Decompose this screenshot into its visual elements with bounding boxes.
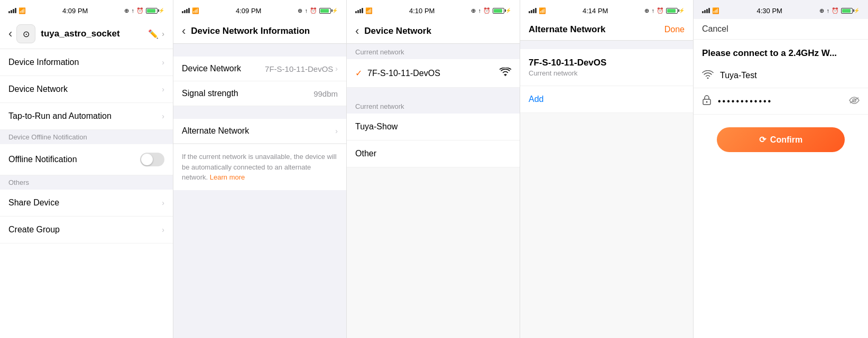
time-2: 4:09 PM	[236, 7, 261, 15]
network-item-other[interactable]: Other	[347, 140, 520, 167]
connect-title: Please connect to a 2.4GHz W...	[702, 48, 860, 59]
info-row-signal: Signal strength 99dbm	[173, 81, 346, 106]
chevron-device-network: ›	[162, 85, 164, 93]
alt-desc-text: If the current network is unavailable, t…	[182, 153, 337, 181]
time-4: 4:14 PM	[583, 7, 608, 15]
bolt-icon-1: ⚡	[159, 8, 164, 13]
menu-list: Device Information › Device Network › Ta…	[0, 49, 173, 338]
connect-header: Cancel	[694, 19, 868, 40]
menu-item-create-group[interactable]: Create Group ›	[0, 217, 173, 243]
wifi-icon-3: 📶	[365, 7, 373, 14]
battery-1	[146, 8, 158, 14]
network-item-left-devos: ✓ 7F-S-10-11-DevOS	[355, 68, 440, 78]
wifi-input-row: Tuya-Test	[694, 63, 868, 88]
back-button-3[interactable]: ‹	[355, 24, 359, 38]
location-icon-2: ⊕	[298, 7, 302, 14]
confirm-label: Confirm	[770, 135, 802, 145]
lock-icon	[702, 95, 712, 108]
selected-network-sub: Current network	[529, 69, 685, 77]
location-icon-4: ⊕	[644, 7, 649, 14]
menu-item-share-device[interactable]: Share Device ›	[0, 190, 173, 217]
signal-bars-2	[182, 8, 190, 13]
menu-item-offline-notification[interactable]: Offline Notification	[0, 144, 173, 175]
menu-label-create-group: Create Group	[8, 225, 60, 234]
network-name-other: Other	[355, 149, 376, 158]
back-button-2[interactable]: ‹	[182, 24, 186, 38]
alt-network-desc: If the current network is unavailable, t…	[173, 144, 346, 190]
done-button[interactable]: Done	[664, 25, 685, 34]
menu-item-device-network[interactable]: Device Network ›	[0, 76, 173, 103]
selected-network-name: 7F-S-10-11-DevOS	[529, 58, 685, 68]
battery-fill-2	[320, 9, 329, 13]
status-right-4: ⊕ ↑ ⏰ ⚡	[644, 7, 685, 14]
offline-toggle[interactable]	[140, 153, 164, 166]
info-value-alt: ›	[335, 127, 338, 135]
battery-fill-1	[147, 9, 155, 13]
location-icon-5: ⊕	[819, 7, 824, 14]
alarm-icon-4: ⏰	[657, 7, 664, 14]
status-right-3: ⊕ ↑ ⏰ ⚡	[471, 7, 511, 14]
menu-label-device-network: Device Network	[8, 84, 68, 94]
panel-device-network-info: 📶 4:09 PM ⊕ ↑ ⏰ ⚡ ‹ Device Network Infor…	[173, 0, 347, 338]
signal-bars-3	[355, 8, 363, 13]
chevron-share: ›	[162, 199, 164, 207]
section-offline: Device Offline Notification	[0, 130, 173, 144]
info-row-network[interactable]: Device Network 7F-S-10-11-DevOS ›	[173, 57, 346, 81]
alarm-icon-5: ⏰	[832, 7, 839, 14]
add-network-button[interactable]: Add	[520, 86, 693, 113]
network-name-tuya-show: Tuya-Show	[355, 122, 398, 132]
menu-item-device-information[interactable]: Device Information ›	[0, 49, 173, 76]
wifi-ssid-field[interactable]: Tuya-Test	[720, 71, 860, 80]
wifi-signal-devos	[500, 68, 511, 79]
cancel-button[interactable]: Cancel	[702, 24, 728, 34]
network-item-tuya-show[interactable]: Tuya-Show	[347, 114, 520, 140]
connect-title-area: Please connect to a 2.4GHz W...	[694, 40, 868, 63]
wifi-icon-4: 📶	[539, 7, 546, 14]
time-1: 4:09 PM	[62, 7, 88, 15]
svg-point-0	[505, 75, 506, 76]
info-section: Device Network 7F-S-10-11-DevOS › Signal…	[173, 57, 346, 106]
status-right-2: ⊕ ↑ ⏰ ⚡	[298, 7, 338, 14]
bolt-icon-5: ⚡	[854, 8, 860, 13]
learn-more-link[interactable]: Learn more	[210, 173, 245, 181]
network-value-text: 7F-S-10-11-DevOS	[265, 64, 333, 73]
signal-bars-4	[529, 8, 537, 13]
eye-slash-icon[interactable]	[849, 97, 860, 106]
arrow-icon-4: ↑	[651, 7, 654, 14]
status-bar-2: 📶 4:09 PM ⊕ ↑ ⏰ ⚡	[173, 0, 346, 19]
nav-header-3: ‹ Device Network	[347, 19, 520, 44]
section-header-current-2: Current network	[347, 98, 520, 114]
status-right-5: ⊕ ↑ ⏰ ⚡	[819, 7, 860, 14]
bolt-icon-3: ⚡	[505, 8, 511, 13]
location-icon-1: ⊕	[124, 7, 129, 14]
status-bar-1: 📶 4:09 PM ⊕ ↑ ⏰ ⚡	[0, 0, 173, 19]
confirm-button[interactable]: ⟳ Confirm	[717, 127, 845, 152]
section-header-current-1: Current network	[347, 44, 520, 59]
time-5: 4:30 PM	[757, 7, 782, 15]
nav-title-3: Device Network	[364, 26, 431, 36]
status-left-5: 📶	[702, 7, 719, 14]
battery-2	[319, 8, 331, 14]
menu-item-tap-to-run[interactable]: Tap-to-Run and Automation ›	[0, 103, 173, 130]
device-header: ‹ ⊙ tuya_astro_socket ✏️ ›	[0, 19, 173, 49]
chevron-tap-to-run: ›	[162, 112, 164, 120]
info-row-alt-network[interactable]: Alternate Network ›	[173, 119, 346, 144]
battery-4	[666, 8, 678, 14]
network-item-left-tuya-show: Tuya-Show	[355, 122, 398, 132]
device-icon: ⊙	[16, 24, 35, 43]
network-item-devos[interactable]: ✓ 7F-S-10-11-DevOS	[347, 59, 520, 88]
menu-label-offline: Offline Notification	[8, 155, 77, 164]
wifi-input-icon	[702, 69, 714, 81]
chevron-create-group: ›	[162, 226, 164, 234]
nav-title-4: Alternate Network	[529, 24, 605, 35]
info-label-signal: Signal strength	[182, 89, 238, 98]
arrow-icon-5: ↑	[826, 7, 829, 14]
arrow-icon-3: ↑	[478, 7, 481, 14]
battery-5	[841, 8, 853, 14]
edit-icon[interactable]: ✏️	[148, 29, 159, 39]
back-button[interactable]: ‹	[8, 27, 12, 41]
menu-label-tap-to-run: Tap-to-Run and Automation	[8, 111, 112, 121]
password-field[interactable]: ••••••••••••	[718, 97, 843, 106]
status-right-1: ⊕ ↑ ⏰ ⚡	[124, 7, 164, 14]
network-item-left-other: Other	[355, 149, 376, 158]
